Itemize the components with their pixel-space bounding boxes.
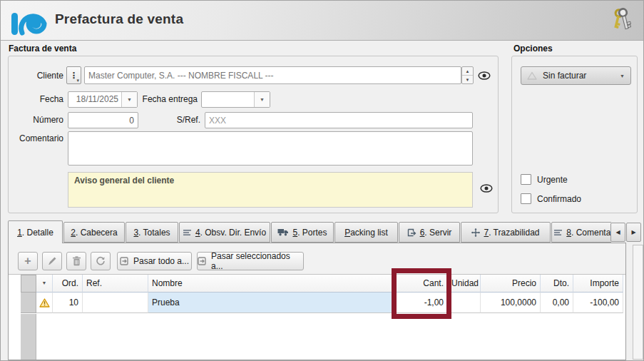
checkbox-label: Urgente: [537, 175, 568, 185]
column-header-dto[interactable]: Dto.: [541, 275, 573, 293]
checkbox-box[interactable]: [521, 174, 531, 185]
fecha-datepicker[interactable]: 18/11/2025 ▼: [68, 91, 138, 108]
cell-nombre[interactable]: Prueba: [148, 293, 397, 313]
cell-dto[interactable]: 0,00: [541, 293, 573, 313]
tab-cabecera[interactable]: 2. Cabecera: [63, 222, 125, 243]
page-title: Prefactura de venta: [55, 11, 183, 27]
pasar-todo-button[interactable]: Pasar todo a...: [117, 252, 192, 270]
trash-icon: [72, 256, 81, 266]
app-logo-icon: [9, 4, 48, 37]
truck-icon: [277, 228, 289, 236]
sref-label: S/Ref.: [152, 115, 200, 125]
chevron-down-icon: ▼: [620, 73, 625, 78]
tab-totales[interactable]: 3. Totales: [126, 222, 178, 243]
pasar-seleccionados-button[interactable]: Pasar seleccionados a...: [197, 252, 304, 270]
cliente-eye-icon[interactable]: [478, 71, 491, 80]
chevron-down-icon[interactable]: ▼: [121, 92, 137, 107]
export-box-icon: [407, 228, 416, 237]
tab-portes[interactable]: 5. Portes: [271, 222, 334, 243]
checkbox-box[interactable]: [521, 193, 531, 204]
comentario-label: Comentario: [5, 133, 63, 143]
column-header-ord[interactable]: Ord.: [53, 275, 83, 293]
vertical-scrollbar[interactable]: [633, 245, 643, 360]
detalle-grid: ▼ Ord. Ref. Nombre Cant. Unidad Precio D…: [9, 274, 625, 360]
fecha-entrega-label: Fecha entrega: [138, 94, 198, 104]
cell-importe[interactable]: -100,00: [573, 293, 623, 313]
checkbox-confirmado[interactable]: Confirmado: [521, 193, 581, 204]
refresh-icon: [96, 256, 106, 266]
column-header-importe[interactable]: Importe: [573, 275, 623, 293]
column-header-unidad[interactable]: Unidad: [448, 275, 481, 293]
tab-comentario[interactable]: 8. Comentario: [551, 222, 611, 243]
row-selector-cell[interactable]: [21, 293, 36, 313]
edit-row-button[interactable]: [42, 252, 62, 270]
comentario-textarea[interactable]: [68, 131, 473, 166]
fecha-entrega-datepicker[interactable]: ▼: [201, 91, 270, 108]
grid-header-row: ▼ Ord. Ref. Nombre Cant. Unidad Precio D…: [21, 275, 625, 293]
cliente-browse-button[interactable]: ⋮ ▾: [66, 66, 81, 84]
column-header-cant[interactable]: Cant.: [397, 275, 448, 293]
row-selector-gutter: [21, 314, 36, 360]
keys-icon[interactable]: [605, 4, 635, 36]
grid-filter-header[interactable]: ▼: [36, 275, 53, 293]
cell-precio[interactable]: 100,0000: [481, 293, 541, 313]
filter-arrow-icon: ▼: [42, 275, 47, 292]
tab-obsv-dir-envio[interactable]: 4. Obsv. Dir. Envío: [179, 222, 270, 243]
tab-servir[interactable]: 6. Servir: [399, 222, 460, 243]
fecha-label: Fecha: [5, 94, 63, 104]
tab-strip: 1. Detalle 2. Cabecera 3. Totales 4. Obs…: [8, 220, 611, 243]
aviso-eye-icon[interactable]: [480, 184, 493, 193]
crosshair-icon: [471, 228, 480, 237]
row-warning-cell[interactable]: [36, 293, 53, 313]
add-row-button[interactable]: +: [18, 252, 38, 270]
warning-icon: [39, 298, 50, 307]
cell-unidad[interactable]: [448, 293, 481, 313]
transfer-window-icon: [120, 257, 129, 265]
group-label-opciones: Opciones: [513, 44, 553, 54]
estado-dropdown-button[interactable]: Sin facturar ▼: [521, 66, 631, 85]
cliente-input[interactable]: [84, 66, 461, 84]
cell-ref[interactable]: [83, 293, 148, 313]
prefactura-window: Prefactura de venta Factura de venta: [0, 0, 644, 361]
pencil-icon: [47, 256, 57, 266]
pasar-seleccionados-label: Pasar seleccionados a...: [211, 251, 303, 271]
titlebar: Prefactura de venta: [1, 1, 643, 41]
aviso-cliente-box: Aviso general del cliente: [68, 172, 473, 208]
fecha-value: 18/11/2025: [68, 92, 121, 107]
table-row[interactable]: 10 Prueba -1,00 100,0000 0,00 -100,00: [21, 293, 625, 313]
column-header-precio[interactable]: Precio: [481, 275, 541, 293]
tab-trazabilidad[interactable]: 7. Trazabilidad: [461, 222, 551, 243]
tab-scroll-left-icon[interactable]: ◀: [610, 223, 625, 242]
cliente-spinner[interactable]: ▲ ▼: [461, 66, 474, 84]
checkbox-urgente[interactable]: Urgente: [521, 174, 568, 185]
aviso-cliente-text: Aviso general del cliente: [74, 176, 174, 185]
spinner-up-icon[interactable]: ▲: [462, 67, 473, 76]
refresh-button[interactable]: [91, 252, 111, 270]
text-lines-icon: [554, 229, 563, 236]
numero-input[interactable]: [68, 112, 138, 128]
text-lines-icon: [183, 229, 192, 236]
plus-icon: +: [24, 255, 31, 267]
transfer-window-icon: [198, 257, 207, 265]
column-header-ref[interactable]: Ref.: [83, 275, 148, 293]
cliente-label: Cliente: [5, 71, 63, 81]
sref-input[interactable]: [205, 112, 473, 128]
column-header-nombre[interactable]: Nombre: [148, 275, 397, 293]
pasar-todo-label: Pasar todo a...: [133, 256, 189, 266]
cell-cant[interactable]: -1,00: [397, 293, 448, 313]
warning-triangle-faint-icon: [527, 71, 537, 80]
checkbox-label: Confirmado: [537, 194, 581, 204]
estado-label: Sin facturar: [537, 71, 620, 81]
row-selector-header[interactable]: [21, 275, 36, 293]
chevron-down-icon[interactable]: ▼: [254, 92, 270, 107]
cell-ord[interactable]: 10: [53, 293, 83, 313]
numero-label: Número: [5, 115, 63, 125]
group-label-factura: Factura de venta: [9, 44, 76, 54]
down-small-arrow-icon: ▾: [76, 78, 79, 83]
delete-row-button[interactable]: [66, 252, 86, 270]
fecha-entrega-value: [202, 92, 254, 107]
tab-packing-list[interactable]: Packing list: [334, 222, 398, 243]
tab-scroll-right-icon[interactable]: ▶: [626, 223, 641, 242]
tab-detalle[interactable]: 1. Detalle: [8, 220, 63, 243]
spinner-down-icon[interactable]: ▼: [462, 76, 473, 83]
